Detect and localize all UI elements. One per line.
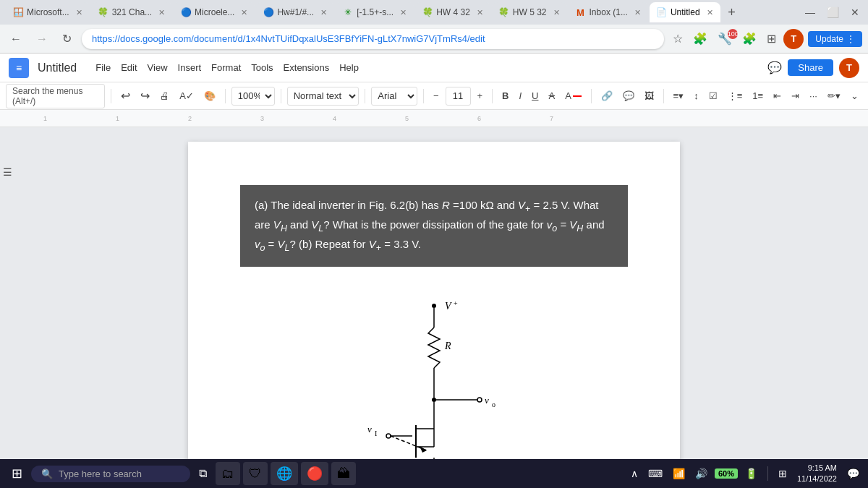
restore-button[interactable]: ⬜ (824, 5, 842, 20)
numbered-list-button[interactable]: 1≡ (749, 88, 767, 103)
new-tab-button[interactable]: + (722, 2, 742, 22)
bookmark-icon[interactable]: ☆ (670, 29, 686, 48)
tab-microsoft[interactable]: 🪟 Microsoft... ✕ (6, 2, 90, 22)
bullets-button[interactable]: ⋮≡ (724, 88, 746, 103)
update-button[interactable]: Update ⋮ (808, 31, 862, 47)
tab-hw532[interactable]: 🍀 HW 5 32 ✕ (492, 2, 567, 22)
menu-format[interactable]: Format (207, 61, 245, 74)
strikethrough-button[interactable]: A (545, 88, 558, 103)
start-button[interactable]: ⊞ (6, 463, 28, 484)
tab-close-2[interactable]: ✕ (158, 8, 165, 17)
line-spacing-button[interactable]: ↕ (690, 88, 702, 103)
menu-tools[interactable]: Tools (247, 61, 277, 74)
taskbar-network-icon[interactable]: 📶 (670, 465, 688, 482)
tab-hw432[interactable]: 🍀 HW 4 32 ✕ (415, 2, 490, 22)
image-button[interactable]: 🖼 (641, 88, 658, 103)
taskbar-app-chrome[interactable]: 🌐 (271, 462, 298, 485)
tab-321cha[interactable]: 🍀 321 Cha... ✕ (91, 2, 172, 22)
increase-font-button[interactable]: + (474, 88, 487, 103)
tab-close-6[interactable]: ✕ (477, 8, 483, 17)
tab-inbox[interactable]: M Inbox (1... ✕ (569, 2, 648, 22)
puzzle-icon[interactable]: 🧩 (739, 29, 760, 48)
undo-button[interactable]: ↩ (117, 87, 134, 105)
forward-button[interactable]: → (32, 30, 52, 48)
decrease-indent-button[interactable]: ⇤ (770, 88, 785, 103)
share-button[interactable]: Share (788, 59, 833, 76)
svg-text:R: R (444, 341, 451, 351)
close-window-button[interactable]: ✕ (848, 5, 862, 20)
font-size-input[interactable] (446, 87, 471, 106)
taskbar-search[interactable]: 🔍 Type here to search (31, 466, 190, 482)
battery-badge[interactable]: 60% (715, 468, 738, 479)
text-color-button[interactable]: A (561, 88, 585, 103)
tab-title-7: HW 5 32 (513, 7, 547, 17)
taskbar-clock[interactable]: 9:15 AM 11/14/2022 (794, 463, 840, 485)
docs-document-title[interactable]: Untitled (38, 61, 77, 74)
tab-untitled[interactable]: 📄 Untitled ✕ (650, 2, 720, 22)
user-avatar[interactable]: T (839, 58, 859, 78)
ruler-mark-6: 5 (405, 115, 409, 122)
taskbar-app-antivirus[interactable]: 🛡 (243, 462, 268, 485)
tab-close-9[interactable]: ✕ (707, 8, 713, 17)
taskbar-task-view[interactable]: ⧉ (193, 464, 213, 483)
bold-button[interactable]: B (498, 88, 512, 103)
tab-hw1[interactable]: 🔵 Hw#1/#... ✕ (256, 2, 334, 22)
paint-format-button[interactable]: 🎨 (200, 88, 219, 103)
underline-button[interactable]: U (528, 88, 542, 103)
italic-button[interactable]: I (515, 88, 525, 103)
taskbar-keyboard-icon[interactable]: ⌨ (645, 465, 665, 482)
style-select[interactable]: Normal text (287, 87, 359, 106)
menu-help[interactable]: Help (335, 61, 363, 74)
taskbar-battery-icon[interactable]: 🔋 (742, 465, 760, 482)
taskbar-app-explorer[interactable]: 🗂 (216, 462, 240, 485)
taskbar-up-arrow[interactable]: ∧ (628, 465, 641, 482)
ruler-inner: 1 1 2 3 4 5 6 7 (43, 110, 825, 127)
doc-left-icon[interactable]: ☰ (3, 166, 12, 178)
back-button[interactable]: ← (6, 30, 26, 48)
link-button[interactable]: 🔗 (597, 88, 616, 103)
increase-indent-button[interactable]: ⇥ (788, 88, 803, 103)
zoom-select[interactable]: 100% (231, 87, 275, 106)
svg-point-8 (477, 398, 482, 402)
checklist-button[interactable]: ☑ (705, 88, 721, 103)
ruler-mark-2: 1 (116, 115, 119, 122)
menu-view[interactable]: View (143, 61, 172, 74)
menu-edit[interactable]: Edit (116, 61, 141, 74)
tab-close-7[interactable]: ✕ (553, 8, 560, 17)
menu-insert[interactable]: Insert (174, 61, 206, 74)
more-options-button[interactable]: ··· (806, 88, 821, 103)
more-tools-icon[interactable]: ⊞ (764, 29, 779, 48)
align-button[interactable]: ≡▾ (670, 88, 688, 103)
tab-title-3: Microele... (195, 7, 234, 17)
decrease-font-button[interactable]: − (430, 88, 443, 103)
font-select[interactable]: Arial (371, 87, 417, 106)
profile-extensions-icon[interactable]: 🧩 (690, 29, 710, 48)
taskbar-sound-icon[interactable]: 🔊 (692, 465, 710, 482)
menu-file[interactable]: File (91, 61, 115, 74)
expand-button[interactable]: ⌄ (847, 88, 862, 103)
comments-icon[interactable]: 💬 (767, 61, 782, 74)
tab-close-5[interactable]: ✕ (400, 8, 407, 17)
menu-extensions[interactable]: Extensions (279, 61, 334, 74)
notification-center-icon[interactable]: 💬 (844, 465, 862, 482)
profile-button[interactable]: T (783, 29, 804, 49)
redo-button[interactable]: ↪ (137, 87, 153, 105)
editing-mode-button[interactable]: ✏▾ (824, 88, 844, 103)
document-page[interactable]: (a) The ideal inverter in Fig. 6.2(b) ha… (188, 142, 680, 488)
tab-neg15[interactable]: ✳ [-1.5+-s... ✕ (336, 2, 414, 22)
refresh-button[interactable]: ↻ (58, 29, 76, 48)
print-button[interactable]: 🖨 (156, 88, 173, 103)
taskbar-app-security[interactable]: 🔴 (301, 462, 328, 485)
tab-close-3[interactable]: ✕ (241, 8, 247, 17)
minimize-button[interactable]: — (802, 5, 818, 20)
taskbar-app-weather[interactable]: 🏔 (331, 462, 356, 485)
comment-button[interactable]: 💬 (619, 88, 638, 103)
tab-close-4[interactable]: ✕ (320, 8, 327, 17)
search-menus-label[interactable]: Search the menus (Alt+/) (6, 84, 105, 108)
address-input[interactable] (82, 29, 664, 49)
tab-close-1[interactable]: ✕ (76, 8, 82, 17)
tab-microele[interactable]: 🔵 Microele... ✕ (174, 2, 255, 22)
spellcheck-button[interactable]: A✓ (176, 88, 197, 103)
taskbar-notification-icon[interactable]: ⊞ (775, 465, 790, 482)
tab-close-8[interactable]: ✕ (634, 8, 641, 17)
